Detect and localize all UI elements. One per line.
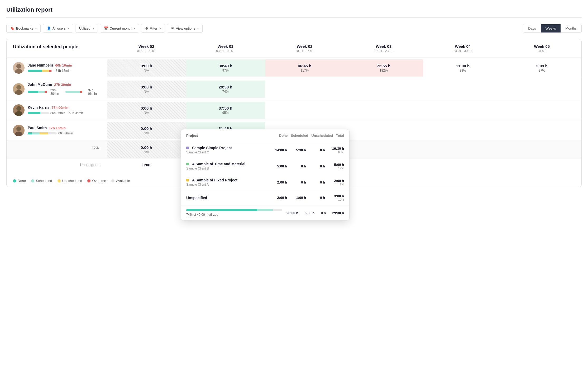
filter-icon: ⚙ [145, 26, 148, 30]
person-info-paul: Paul Smith 17h 15min 66h 36min [7, 120, 107, 140]
header-title-cell: Utilization of selected people [7, 39, 107, 58]
cell-john-w04[interactable] [423, 85, 502, 93]
popup-project-info: Unspecified [186, 196, 268, 200]
popup-project-row[interactable]: Unspecified 2:00 h 1:00 h 0 h 3:00 h 10% [181, 190, 349, 205]
cell-jane-w01[interactable]: 38:40 h 97% [186, 59, 265, 77]
popup-project-row[interactable]: Sample Simple Project Sample Client C 14… [181, 142, 349, 158]
overtime-badge: 27h 30min [54, 83, 71, 87]
legend-scheduled: Scheduled [31, 179, 52, 183]
week-header-03: Week 03 17.01 - 23.01 [344, 39, 423, 58]
week-header-52: Week 52 01.01 - 02.01 [107, 39, 186, 58]
cell-paul-w04[interactable] [423, 126, 502, 135]
person-row: Jane Numbers 66h 10min 81h 15min 0:00 h [7, 58, 581, 78]
utilized-button[interactable]: Utilized ▾ [75, 24, 98, 33]
person-details-john: John McDunn 27h 30min 69h 30min [28, 82, 101, 96]
popup-project-name: A Sample of Time and Material [192, 162, 245, 166]
popup-project-row[interactable]: A Sample of Time and Material Sample Cli… [181, 158, 349, 174]
popup-tooltip: Project Done Scheduled Unscheduled Total… [181, 129, 350, 220]
cell-kevin-w01[interactable]: 37:50 h 95% [186, 102, 265, 119]
progress-bar-john: 69h 30min 97h 06min [28, 88, 101, 96]
popup-unscheduled-val: 0 h [309, 148, 325, 152]
cell-jane-w04[interactable]: 11:00 h 28% [423, 59, 502, 77]
popup-scheduled-val: 0 h [290, 164, 306, 168]
popup-done-val: 14:00 h [271, 148, 287, 152]
svg-point-1 [15, 69, 22, 74]
popup-project-row[interactable]: A Sample of Fixed Project Sample Client … [181, 174, 349, 190]
popup-scheduled-val: 1:00 h [290, 196, 306, 200]
popup-done-val: 5:00 h [271, 164, 287, 168]
chevron-down-icon: ▾ [68, 27, 69, 30]
unassigned-cell-w03 [344, 158, 423, 171]
cell-john-w02[interactable] [265, 85, 344, 93]
legend-available-dot [111, 179, 114, 182]
view-toggle: Days Weeks Months [523, 24, 582, 33]
popup-scheduled-val: 0 h [290, 180, 306, 184]
svg-point-3 [15, 90, 22, 95]
chevron-down-icon: ▾ [160, 27, 161, 30]
weeks-toggle-button[interactable]: Weeks [541, 24, 561, 32]
popup-project-info: Sample Simple Project Sample Client C [186, 146, 268, 154]
cell-paul-w52[interactable]: 0:00 h N/A [107, 122, 186, 139]
week-header-02: Week 02 10.01 - 16.01 [265, 39, 344, 58]
person-details-jane: Jane Numbers 66h 10min 81h 15min [28, 63, 101, 73]
months-toggle-button[interactable]: Months [561, 24, 581, 32]
cell-kevin-w05[interactable] [502, 106, 581, 114]
cell-kevin-w04[interactable] [423, 106, 502, 114]
cell-paul-w03[interactable] [344, 126, 423, 135]
all-users-button[interactable]: 👤 All users ▾ [43, 24, 73, 33]
svg-point-5 [15, 111, 22, 116]
section-title: Utilization of selected people [13, 44, 104, 50]
bookmarks-button[interactable]: 🔖 Bookmarks ▾ [6, 24, 41, 33]
cell-paul-w05[interactable] [502, 126, 581, 135]
cell-kevin-w03[interactable] [344, 106, 423, 114]
days-toggle-button[interactable]: Days [523, 24, 541, 32]
popup-utilized-text: 74% of 40:00 h utilized [186, 213, 282, 217]
cell-jane-w05[interactable]: 2:09 h 27% [502, 59, 581, 77]
popup-project-name: Unspecified [186, 196, 207, 200]
avatar-john [13, 83, 25, 95]
person-info-john: John McDunn 27h 30min 69h 30min [7, 78, 107, 100]
person-name: John McDunn [28, 82, 52, 87]
cell-jane-w03[interactable]: 72:55 h 182% [344, 59, 423, 77]
popup-unscheduled-val: 0 h [309, 196, 325, 200]
popup-total-val: 19:30 h 66% [328, 147, 344, 154]
person-row: Kevin Harris 77h 00min 86h 35min 59h 35m… [7, 100, 581, 120]
person-details-kevin: Kevin Harris 77h 00min 86h 35min 59h 35m… [28, 105, 101, 115]
cell-kevin-w02[interactable] [265, 106, 344, 114]
filter-button[interactable]: ⚙ Filter ▾ [141, 24, 165, 33]
legend-scheduled-dot [31, 179, 34, 182]
current-month-button[interactable]: 📅 Current month ▾ [100, 24, 139, 33]
svg-point-2 [16, 85, 21, 90]
cell-john-w52[interactable]: 0:00 h N/A [107, 81, 186, 98]
popup-total-val: 3:00 h 10% [328, 194, 344, 201]
project-color-dot [186, 163, 189, 165]
popup-footer-done: 23:00 h [286, 211, 298, 215]
popup-footer-scheduled: 6:30 h [305, 211, 315, 215]
popup-footer: 74% of 40:00 h utilized 23:00 h 6:30 h 0… [181, 205, 349, 220]
avatar-paul [13, 125, 25, 136]
cell-john-w03[interactable] [344, 85, 423, 93]
progress-bar-jane: 81h 15min [28, 69, 101, 73]
toolbar: 🔖 Bookmarks ▾ 👤 All users ▾ Utilized ▾ 📅… [6, 24, 582, 33]
legend-overtime-dot [87, 179, 90, 182]
cell-jane-w52[interactable]: 0:00 h N/A [107, 59, 186, 77]
svg-point-6 [16, 126, 21, 131]
popup-scheduled-val: 5:30 h [290, 148, 306, 152]
users-icon: 👤 [47, 26, 51, 30]
popup-project-info: A Sample of Time and Material Sample Cli… [186, 162, 268, 170]
week-header-05: Week 05 31.01 [502, 39, 581, 58]
chevron-down-icon: ▾ [134, 27, 135, 30]
bookmark-icon: 🔖 [10, 26, 15, 30]
cell-jane-w02[interactable]: 46:45 h 117% [265, 59, 344, 77]
popup-done-val: 2:00 h [271, 196, 287, 200]
avatar-jane [13, 62, 25, 74]
view-options-button[interactable]: 👁 View options ▾ [167, 24, 203, 33]
popup-project-name: A Sample of Fixed Project [192, 178, 237, 182]
cell-kevin-w52[interactable]: 0:00 h N/A [107, 102, 186, 119]
person-name: Paul Smith [28, 126, 47, 130]
unassigned-cell-w52: 0:00 [107, 158, 186, 171]
cell-john-w01[interactable]: 29:30 h 74% [186, 81, 265, 98]
cell-john-w05[interactable] [502, 85, 581, 93]
popup-client-name: Sample Client C [186, 151, 268, 154]
project-color-dot [186, 147, 189, 149]
